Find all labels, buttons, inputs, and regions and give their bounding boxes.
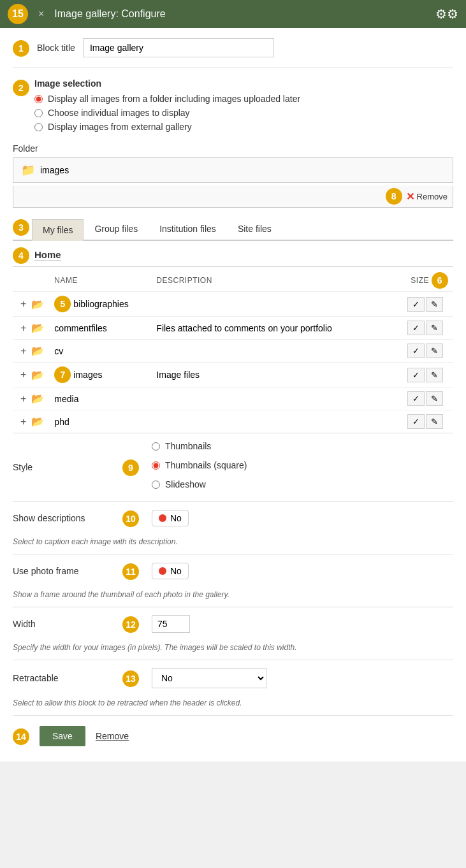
- file-name-cell: phd: [49, 410, 151, 433]
- step3-badge: 3: [13, 219, 29, 236]
- width-row: Width 12: [13, 607, 453, 640]
- folder-section: Folder 📁 images 8 ✕ Remove: [13, 143, 453, 208]
- folder-small-icon: 📂: [31, 393, 44, 405]
- style-thumbnails[interactable]: Thumbnails: [152, 441, 247, 451]
- image-selection-section: 2 Image selection Display all images fro…: [13, 78, 453, 136]
- table-row: + 📂 media ✓ ✎: [13, 387, 453, 410]
- file-desc: Image files: [151, 363, 402, 387]
- folder-remove-label: Remove: [417, 192, 448, 201]
- width-section: Width 12 Specify the width for your imag…: [13, 607, 453, 660]
- step13-badge: 13: [122, 670, 139, 687]
- step14-badge: 14: [13, 728, 29, 745]
- edit-button[interactable]: ✎: [426, 297, 443, 312]
- image-selection-content: Image selection Display all images from …: [34, 78, 453, 136]
- folder-label: Folder: [13, 143, 453, 154]
- select-button[interactable]: ✓: [407, 321, 425, 335]
- gear-icon[interactable]: ⚙⚙: [435, 6, 458, 22]
- image-selection-heading: Image selection: [34, 78, 453, 89]
- radio-option-3[interactable]: Display images from external gallery: [34, 122, 453, 132]
- select-button[interactable]: ✓: [407, 368, 425, 382]
- radio-external-gallery[interactable]: [34, 123, 43, 131]
- file-name-cell: 5 bibliographies: [49, 292, 151, 317]
- expand-button[interactable]: +: [18, 298, 29, 310]
- file-name: bibliographies: [73, 299, 128, 309]
- row-actions-pre: + 📂: [13, 410, 49, 433]
- folder-small-icon: 📂: [31, 298, 44, 310]
- radio-thumbnails-square[interactable]: [152, 461, 160, 470]
- style-slideshow[interactable]: Slideshow: [152, 479, 247, 489]
- file-size: ✓ ✎: [402, 292, 453, 317]
- edit-button[interactable]: ✎: [426, 368, 443, 382]
- photo-frame-section: Use photo frame 11 No Show a frame aroun…: [13, 554, 453, 607]
- folder-small-icon: 📂: [31, 345, 44, 357]
- show-descriptions-value: No: [170, 513, 182, 523]
- step10-badge: 10: [122, 510, 139, 527]
- style-thumbnails-square[interactable]: Thumbnails (square): [152, 460, 247, 470]
- edit-button[interactable]: ✎: [426, 391, 443, 406]
- remove-link[interactable]: Remove: [96, 731, 129, 741]
- expand-button[interactable]: +: [18, 345, 29, 357]
- main-content: 1 Block title 2 Image selection Display …: [0, 28, 466, 762]
- radio-slideshow[interactable]: [152, 481, 160, 489]
- size-label: SIZE: [411, 276, 429, 285]
- edit-button[interactable]: ✎: [426, 344, 443, 358]
- file-name-cell: 7 images: [49, 363, 151, 387]
- radio-slideshow-label: Slideshow: [165, 479, 206, 489]
- tab-site-files[interactable]: Site files: [227, 218, 282, 240]
- row-actions-pre: + 📂: [13, 340, 49, 363]
- row-actions-pre: + 📂: [13, 317, 49, 340]
- radio-external-gallery-label: Display images from external gallery: [48, 122, 192, 132]
- radio-thumbnails[interactable]: [152, 442, 160, 451]
- col-header-name: NAME: [49, 267, 151, 292]
- retractable-select[interactable]: No Yes Auto: [152, 668, 266, 688]
- show-descriptions-toggle[interactable]: No: [152, 510, 189, 526]
- select-button[interactable]: ✓: [407, 391, 425, 406]
- radio-option-2[interactable]: Choose individual images to display: [34, 108, 453, 118]
- radio-option-1[interactable]: Display all images from a folder includi…: [34, 94, 453, 104]
- width-label: Width: [13, 619, 115, 629]
- retractable-label: Retractable: [13, 673, 115, 683]
- step1-badge: 1: [13, 40, 29, 57]
- step6-badge: 6: [432, 272, 448, 289]
- tab-group-files[interactable]: Group files: [84, 218, 149, 240]
- retractable-row: Retractable 13 No Yes Auto: [13, 660, 453, 696]
- expand-button[interactable]: +: [18, 322, 29, 334]
- select-button[interactable]: ✓: [407, 414, 425, 429]
- file-desc: [151, 340, 402, 363]
- tab-institution-files[interactable]: Institution files: [149, 218, 227, 240]
- file-size: ✓ ✎: [402, 387, 453, 410]
- tabs-row: 3 My files Group files Institution files…: [13, 218, 453, 241]
- select-button[interactable]: ✓: [407, 297, 425, 312]
- radio-individual-images[interactable]: [34, 109, 43, 117]
- file-name-cell: media: [49, 387, 151, 410]
- expand-button[interactable]: +: [18, 369, 29, 380]
- folder-small-icon: 📂: [31, 369, 44, 381]
- edit-button[interactable]: ✎: [426, 414, 443, 429]
- folder-icon: 📁: [21, 163, 35, 177]
- block-title-label: Block title: [37, 43, 75, 53]
- row-actions-pre: + 📂: [13, 292, 49, 317]
- radio-thumbnails-label: Thumbnails: [165, 441, 211, 451]
- table-row: + 📂 7 images Image files ✓ ✎: [13, 363, 453, 387]
- folder-small-icon: 📂: [31, 322, 44, 334]
- col-header-size: SIZE 6: [402, 267, 453, 292]
- photo-frame-toggle[interactable]: No: [152, 563, 189, 579]
- edit-button[interactable]: ✎: [426, 321, 443, 335]
- radio-all-images[interactable]: [34, 95, 43, 103]
- select-button[interactable]: ✓: [407, 344, 425, 358]
- close-button[interactable]: ×: [34, 7, 48, 21]
- file-desc: Files attached to comments on your portf…: [151, 317, 402, 340]
- block-title-input[interactable]: [83, 38, 274, 57]
- col-header-description: DESCRIPTION: [151, 267, 402, 292]
- width-input[interactable]: [152, 615, 190, 633]
- folder-remove-link[interactable]: ✕ Remove: [406, 191, 448, 203]
- expand-button[interactable]: +: [18, 416, 29, 428]
- step12-badge: 12: [122, 616, 139, 633]
- show-descriptions-hint: Select to caption each image with its de…: [13, 535, 453, 554]
- tab-my-files[interactable]: My files: [32, 219, 84, 241]
- save-button[interactable]: Save: [40, 726, 85, 746]
- photo-frame-label: Use photo frame: [13, 566, 115, 576]
- radio-all-images-label: Display all images from a folder includi…: [48, 94, 300, 104]
- file-size: ✓ ✎: [402, 317, 453, 340]
- expand-button[interactable]: +: [18, 393, 29, 405]
